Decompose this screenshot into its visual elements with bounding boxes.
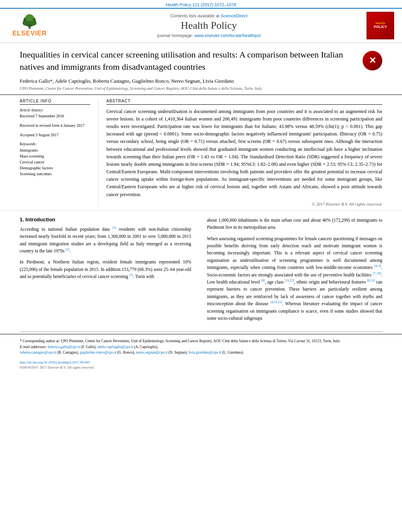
license-text: 0168-8510/© 2017 Elsevier B.V. All right… (20, 365, 94, 369)
email-giordano[interactable]: livia.giordano@cpo.it (188, 350, 221, 354)
svg-point-4 (25, 14, 34, 21)
elsevier-logo: ELSEVIER (8, 14, 51, 37)
intro-para-3: about 1,000,000 inhabitants is the main … (207, 217, 382, 231)
affiliation: CPO Piemonte, Centre for Cancer Preventi… (20, 86, 382, 91)
keyword-5: Screening outcomes (20, 171, 90, 177)
keywords-list: Immigrants Mass screening Cervical cance… (20, 147, 90, 177)
article-accepted: Accepted 3 August 2017 (20, 132, 90, 138)
badge-top-text: HEALTH (376, 22, 385, 25)
copyright-notice: © 2017 Elsevier B.V. All rights reserved… (106, 202, 382, 206)
homepage-line: journal homepage: www.elsevier.com/locat… (51, 33, 367, 38)
email-castagno[interactable]: roberta.castagno@cpo.it (20, 350, 56, 354)
history-label: Article history: (20, 108, 90, 112)
keyword-3: Cervical cancer (20, 159, 90, 165)
homepage-url[interactable]: www.elsevier.com/locate/healthpol (194, 33, 261, 38)
abstract-panel: ABSTRACT Cervical cancer screening under… (99, 99, 382, 206)
footnotes: * Corresponding author at: CPO Piemonte,… (0, 334, 402, 359)
keywords-label: Keywords: (20, 142, 90, 146)
crossmark-badge[interactable]: ✕ (363, 51, 382, 70)
introduction-heading: 1. Introduction (20, 217, 191, 222)
body-right-column: about 1,000,000 inhabitants is the main … (199, 217, 382, 326)
email-segnan[interactable]: nereo.segnan@cpo.it (136, 350, 168, 354)
elsevier-wordmark: ELSEVIER (12, 30, 47, 37)
article-title: Inequalities in cervical cancer screenin… (20, 49, 382, 73)
intro-para-4: When assessing organised screening progr… (207, 235, 382, 322)
keyword-1: Immigrants (20, 147, 90, 153)
keyword-4: Demographic factors (20, 165, 90, 171)
intro-para-2: In Piedmont, a Northern Italian region, … (20, 258, 191, 280)
body-left-column: 1. Introduction According to national It… (20, 217, 199, 326)
intro-para-1: According to national Italian population… (20, 226, 191, 255)
article-received: Received 7 September 2016 (20, 113, 90, 119)
health-policy-badge: HEALTH POLICY (367, 12, 394, 39)
corresponding-footnote: * Corresponding author at: CPO Piemonte,… (20, 338, 382, 344)
badge-bottom-text: POLICY (374, 25, 387, 29)
email-gallo[interactable]: federica.gallo@cpo.it (48, 345, 80, 349)
journal-ref-top: Health Policy 121 (2017) 1072–1078 (166, 2, 236, 7)
authors-list: Federica Gallo*, Adele Caprioglio, Rober… (20, 78, 382, 84)
journal-title: Health Policy (51, 20, 367, 32)
sciencedirect-link[interactable]: ScienceDirect (221, 13, 248, 18)
email-footnotes: E-mail addresses: federica.gallo@cpo.it … (20, 344, 382, 356)
doi-link[interactable]: http://dx.doi.org/10.1016/j.healthpol.20… (20, 360, 90, 364)
keyword-2: Mass screening (20, 153, 90, 159)
abstract-header: ABSTRACT (106, 99, 382, 105)
article-info-panel: ARTICLE INFO Article history: Received 7… (20, 99, 99, 206)
email-caprioglio[interactable]: adele.caprioglio@cpo.it (97, 345, 133, 349)
contents-available: Contents lists available at ScienceDirec… (51, 13, 367, 18)
article-info-header: ARTICLE INFO (20, 99, 90, 105)
email-ronco[interactable]: guglielmo.ronco@cpo.it (80, 350, 117, 354)
abstract-text: Cervical cancer screening underutilisati… (106, 108, 382, 198)
article-revised: Received in revised form 4 January 2017 (20, 123, 90, 128)
